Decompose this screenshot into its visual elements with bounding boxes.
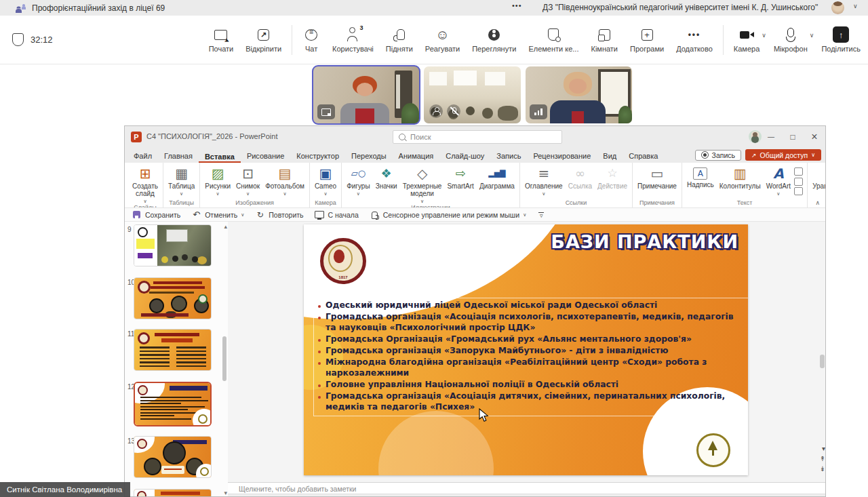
camera-button[interactable]: Камера xyxy=(728,26,766,53)
ribbon-shapes-button[interactable]: ▱○Фигуры∨ xyxy=(344,164,372,197)
smile-icon xyxy=(434,26,452,43)
video-tile-speaker-2[interactable] xyxy=(526,66,632,123)
date-time-icon[interactable] xyxy=(794,167,803,176)
collapse-ribbon-button[interactable]: ∧ xyxy=(815,199,820,206)
close-button[interactable] xyxy=(804,126,825,147)
ribbon-group-label: Текст xyxy=(734,199,755,207)
microphone-chevron-button[interactable]: ∨ xyxy=(810,32,814,39)
tab-file[interactable]: Файл xyxy=(127,150,158,163)
video-tile-classroom[interactable] xyxy=(424,66,521,123)
ribbon-toc-button[interactable]: ≡Оглавление∨ xyxy=(522,164,566,197)
tab-transitions[interactable]: Переходы xyxy=(345,150,393,163)
react-button[interactable]: Реагувати xyxy=(419,26,466,53)
scroll-down-icon[interactable]: ▾ xyxy=(822,445,825,452)
apps-button[interactable]: Програми xyxy=(624,26,670,53)
insert-object-icon[interactable] xyxy=(794,187,803,195)
tab-design[interactable]: Конструктор xyxy=(290,150,345,163)
ribbon-3d-models-button[interactable]: ◇Трехмерные модели∨ xyxy=(400,164,445,204)
slide-number-icon[interactable] xyxy=(794,178,803,186)
tab-insert[interactable]: Вставка xyxy=(199,151,241,163)
restore-button[interactable] xyxy=(782,126,804,147)
ribbon-equation-button[interactable]: πУравнение∨ xyxy=(810,164,825,197)
plant xyxy=(618,106,632,123)
ribbon-screenshot-button[interactable]: ⊡Снимок∨ xyxy=(233,164,262,197)
slide-bullet-list[interactable]: Одеський юридичний ліцей Одеської місько… xyxy=(313,298,748,416)
slide-title[interactable]: БАЗИ ПРАКТИКИ xyxy=(551,231,738,252)
rooms-button[interactable]: Кімнати xyxy=(585,26,624,53)
slide-thumbnail-next[interactable] xyxy=(134,489,212,497)
camera-chevron-button[interactable]: ∨ xyxy=(762,32,766,39)
ribbon-textbox-button[interactable]: AНадпись xyxy=(684,164,717,188)
video-tile-speaker-1[interactable] xyxy=(313,66,419,123)
tab-animation[interactable]: Анимация xyxy=(393,150,440,163)
meeting-controls-button[interactable]: Елементи ке... xyxy=(522,26,585,53)
wordart-icon: A xyxy=(773,165,783,181)
ribbon-comment-button[interactable]: ▭Примечание xyxy=(635,164,679,190)
tab-view[interactable]: Вид xyxy=(597,150,623,163)
user-avatar[interactable] xyxy=(831,1,844,14)
slide-thumbnail-11[interactable] xyxy=(134,329,212,371)
share-label: Общий доступ xyxy=(760,151,808,159)
comment-label: Примечание xyxy=(637,182,677,190)
emblem-year: 1817 xyxy=(323,275,363,279)
ribbon-new-slide-button[interactable]: ⊞Создать слайд∨ xyxy=(130,164,161,204)
ribbon-wordart-button[interactable]: AWordArt∨ xyxy=(764,164,794,197)
undo-button[interactable]: Отменить∨ xyxy=(191,210,244,220)
shield-icon xyxy=(12,33,24,46)
titlebar-chevron-icon[interactable]: ∨ xyxy=(853,3,858,9)
ribbon-pictures-button[interactable]: ▨Рисунки∨ xyxy=(202,164,233,197)
ribbon-group-camera: ▣Cameo∨Камера xyxy=(310,163,342,207)
scroll-up-icon[interactable]: ▴ xyxy=(224,223,227,230)
teams-meeting-icon xyxy=(15,3,26,13)
previous-slide-button[interactable]: ↟ xyxy=(820,456,825,462)
ribbon-cameo-button[interactable]: ▣Cameo∨ xyxy=(312,164,339,197)
raise-hand-button[interactable]: Підняти xyxy=(380,26,419,53)
save-button[interactable]: Сохранить xyxy=(132,210,180,220)
thumbnail-scrollbar[interactable] xyxy=(222,336,226,381)
more-button[interactable]: Додатково xyxy=(670,26,719,53)
share-button[interactable]: Поділитись xyxy=(815,26,867,53)
minimize-button[interactable] xyxy=(760,126,782,147)
next-slide-button[interactable]: ↡ xyxy=(820,466,825,473)
ribbon-icons-button[interactable]: ❖Значки xyxy=(373,164,400,190)
bullet-text: Громадська організація «Асоціація психол… xyxy=(326,312,744,334)
ribbon-table-button[interactable]: ▦Таблица∨ xyxy=(165,164,197,197)
toolbar-options-icon[interactable] xyxy=(537,211,545,219)
touch-mode-button[interactable]: Сенсорное управление или режим мыши∨ xyxy=(370,210,527,220)
start-label: Почати xyxy=(209,45,234,53)
from-start-button[interactable]: С начала xyxy=(315,210,359,220)
ribbon-header-footer-button[interactable]: ▥Колонтитулы xyxy=(717,164,764,190)
titlebar-more-icon[interactable]: ••• xyxy=(512,1,522,9)
notes-bar[interactable]: Щелкните, чтобы добавить заметки xyxy=(228,482,826,494)
microphone-button[interactable]: Мікрофон xyxy=(768,26,814,53)
redo-button[interactable]: Повторить xyxy=(255,210,303,220)
scroll-down-icon[interactable]: ▾ xyxy=(224,490,227,496)
ribbon-group-buttons: ▨Рисунки∨⊡Снимок∨▤Фотоальбом∨ xyxy=(202,164,307,199)
ribbon-smartart-button[interactable]: ⇨SmartArt xyxy=(444,164,476,190)
tab-slideshow[interactable]: Слайд-шоу xyxy=(439,150,490,163)
slide-thumbnail-10[interactable] xyxy=(134,277,212,319)
unpin-button[interactable]: Відкріпити xyxy=(239,26,288,53)
share-access-button[interactable]: ↗ Общий доступ ∨ xyxy=(745,149,821,161)
window-light xyxy=(454,71,477,85)
tab-review[interactable]: Рецензирование xyxy=(527,150,597,163)
slide-canvas: 1817 БАЗИ ПРАКТИКИ Одеський юридичний лі… xyxy=(228,222,826,482)
tab-home[interactable]: Главная xyxy=(158,150,199,163)
search-input[interactable]: Поиск xyxy=(393,130,562,144)
start-button[interactable]: Почати xyxy=(203,26,240,53)
tab-draw[interactable]: Рисование xyxy=(241,150,290,163)
slide-thumbnail-13[interactable] xyxy=(134,436,212,478)
tab-help[interactable]: Справка xyxy=(623,150,664,163)
slide-thumbnail-12[interactable] xyxy=(134,382,212,426)
chat-button[interactable]: Чат xyxy=(296,26,326,53)
smartart-icon: ⇨ xyxy=(456,165,466,181)
record-button[interactable]: Запись xyxy=(695,150,741,161)
ribbon-photo-album-button[interactable]: ▤Фотоальбом∨ xyxy=(262,164,307,197)
tab-record[interactable]: Запись xyxy=(490,150,527,163)
slide-scrollbar[interactable] xyxy=(820,355,825,368)
participants-button[interactable]: 3Користувачі xyxy=(326,26,380,53)
ribbon-chart-button[interactable]: ▂▅▇Диаграмма xyxy=(477,164,517,190)
view-button[interactable]: Переглянути xyxy=(466,26,522,53)
notes-placeholder: Щелкните, чтобы добавить заметки xyxy=(239,485,356,493)
slide-thumbnail-9[interactable] xyxy=(134,224,212,266)
